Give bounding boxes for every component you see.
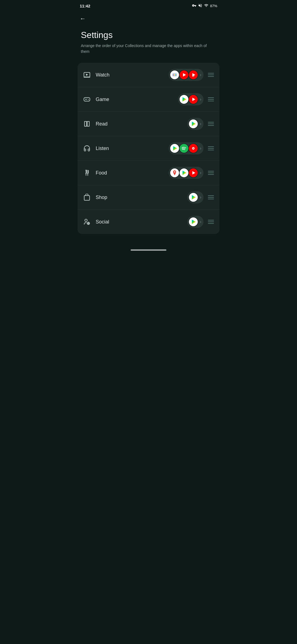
read-apps: › [187, 118, 204, 130]
game-apps-pill: › [178, 93, 204, 105]
watch-label: Watch [96, 72, 169, 78]
collection-item-social[interactable]: Social [78, 210, 219, 234]
maps-icon [170, 168, 180, 178]
listen-apps: › [169, 142, 204, 154]
svg-marker-2 [86, 74, 88, 76]
food-label: Food [96, 170, 169, 176]
listen-icon [82, 143, 92, 153]
listen-more-chevron: › [200, 146, 201, 151]
status-time: 11:42 [80, 4, 90, 8]
back-arrow-icon: ← [80, 15, 86, 22]
social-apps-pill: › [187, 216, 204, 228]
svg-rect-34 [84, 196, 90, 200]
play-icon-game [179, 94, 189, 104]
listen-drag-handle[interactable] [207, 145, 215, 151]
spotify-icon [179, 143, 189, 153]
page-title: Settings [81, 30, 216, 40]
collection-item-listen[interactable]: Listen [78, 136, 219, 161]
watch-drag-handle[interactable] [207, 72, 215, 78]
social-icon [82, 217, 92, 227]
youtube-tv-icon-game [188, 94, 198, 104]
youtube-tv-icon: TV [188, 70, 198, 80]
back-button[interactable]: ← [74, 11, 223, 24]
social-drag-handle[interactable] [207, 219, 215, 225]
watch-apps: TV › [169, 69, 204, 81]
watch-apps-pill: TV › [169, 69, 204, 81]
play-icon-read [188, 119, 198, 129]
watch-icon [82, 70, 92, 80]
google-tv-icon [170, 70, 180, 80]
svg-point-25 [193, 148, 194, 149]
nav-bar [74, 245, 223, 255]
social-more-chevron: › [200, 219, 201, 224]
game-apps: › [178, 93, 204, 105]
youtube-tv-icon-food [188, 168, 198, 178]
battery-icon: 87% [210, 4, 217, 8]
youtube-music-icon [188, 143, 198, 153]
svg-text:TV: TV [192, 76, 194, 77]
collection-item-game[interactable]: Game [78, 87, 219, 112]
watch-more-chevron: › [200, 72, 201, 77]
shop-more-chevron: › [200, 195, 201, 200]
play-icon-social [188, 217, 198, 227]
collection-item-shop[interactable]: Shop [78, 185, 219, 210]
wifi-icon [204, 3, 208, 9]
collection-item-read[interactable]: Read [78, 112, 219, 136]
read-label: Read [96, 121, 187, 127]
svg-point-37 [85, 219, 87, 222]
mute-icon [198, 3, 202, 9]
food-apps-pill: › [169, 167, 204, 179]
svg-point-29 [174, 171, 175, 172]
food-more-chevron: › [200, 170, 201, 175]
read-more-chevron: › [200, 121, 201, 126]
listen-apps-pill: › [169, 142, 204, 154]
youtube-icon [179, 70, 189, 80]
status-icons: 87% [192, 3, 217, 9]
listen-label: Listen [96, 146, 169, 151]
game-drag-handle[interactable] [207, 96, 215, 102]
svg-point-12 [88, 99, 88, 99]
game-icon [82, 94, 92, 104]
svg-rect-9 [84, 98, 90, 101]
food-apps: › [169, 167, 204, 179]
food-drag-handle[interactable] [207, 170, 215, 176]
play-icon-listen [170, 143, 180, 153]
header-section: Settings Arrange the order of your Colle… [74, 24, 223, 63]
svg-point-13 [88, 99, 89, 100]
nav-indicator [131, 249, 166, 251]
social-apps: › [187, 216, 204, 228]
shop-icon [82, 192, 92, 202]
read-drag-handle[interactable] [207, 121, 215, 127]
key-icon [192, 3, 196, 9]
game-more-chevron: › [200, 97, 201, 102]
collection-item-food[interactable]: Food [78, 161, 219, 185]
shop-apps-pill: › [187, 191, 204, 203]
status-bar: 11:42 87% [74, 0, 223, 11]
page-subtitle: Arrange the order of your Collections an… [81, 43, 216, 54]
shop-apps: › [187, 191, 204, 203]
play-icon-shop [188, 192, 198, 202]
play-icon-food [179, 168, 189, 178]
game-label: Game [96, 97, 178, 102]
read-apps-pill: › [187, 118, 204, 130]
collections-container: Watch [78, 63, 219, 234]
food-icon [82, 168, 92, 178]
social-label: Social [96, 219, 187, 225]
read-icon [82, 119, 92, 129]
shop-drag-handle[interactable] [207, 194, 215, 200]
collection-item-watch[interactable]: Watch [78, 63, 219, 87]
shop-label: Shop [96, 195, 187, 200]
